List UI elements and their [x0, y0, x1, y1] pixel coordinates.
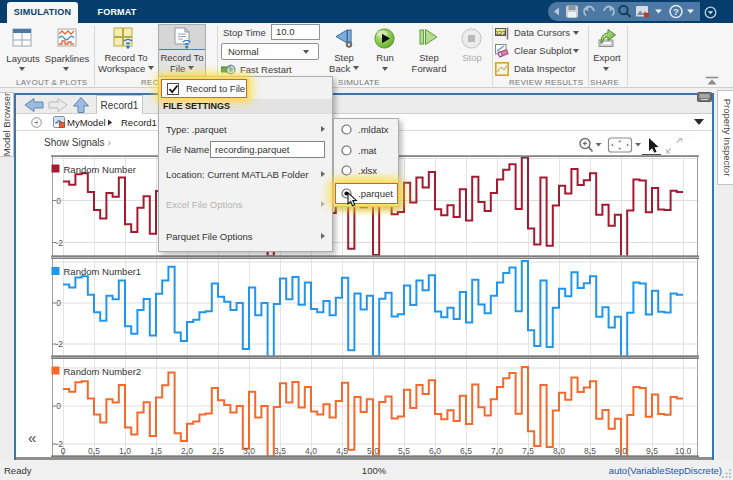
svg-text:123: 123 — [495, 30, 506, 36]
svg-text:0: 0 — [56, 401, 61, 411]
svg-text:Random Number1: Random Number1 — [64, 266, 142, 277]
svg-text:7.5: 7.5 — [522, 446, 534, 456]
svg-text:6.5: 6.5 — [460, 446, 472, 456]
svg-text:10.0: 10.0 — [675, 446, 692, 456]
svg-text:1.5: 1.5 — [150, 446, 162, 456]
svg-text:?: ? — [673, 6, 679, 17]
svg-text:6.0: 6.0 — [429, 446, 441, 456]
svg-text:0.5: 0.5 — [88, 446, 100, 456]
svg-text:0: 0 — [56, 196, 61, 206]
svg-text:-2: -2 — [55, 339, 63, 349]
svg-text:5.0: 5.0 — [367, 446, 379, 456]
svg-text:2.5: 2.5 — [212, 446, 224, 456]
svg-text:5.5: 5.5 — [398, 446, 410, 456]
svg-text:4.5: 4.5 — [336, 446, 348, 456]
svg-text:Random Number2: Random Number2 — [64, 366, 142, 377]
svg-text:-2: -2 — [55, 439, 63, 449]
svg-text:2.0: 2.0 — [181, 446, 193, 456]
svg-text:1.0: 1.0 — [119, 446, 131, 456]
svg-text:8.5: 8.5 — [584, 446, 596, 456]
svg-text:8.0: 8.0 — [553, 446, 565, 456]
svg-text:3.5: 3.5 — [274, 446, 286, 456]
svg-text:-2: -2 — [55, 238, 63, 248]
svg-text:9.0: 9.0 — [615, 446, 627, 456]
svg-text:Random Number: Random Number — [64, 164, 136, 175]
svg-text:7.0: 7.0 — [491, 446, 503, 456]
svg-text:3.0: 3.0 — [243, 446, 255, 456]
svg-text:9.5: 9.5 — [646, 446, 658, 456]
svg-text:0: 0 — [56, 298, 61, 308]
svg-text:4.0: 4.0 — [305, 446, 317, 456]
